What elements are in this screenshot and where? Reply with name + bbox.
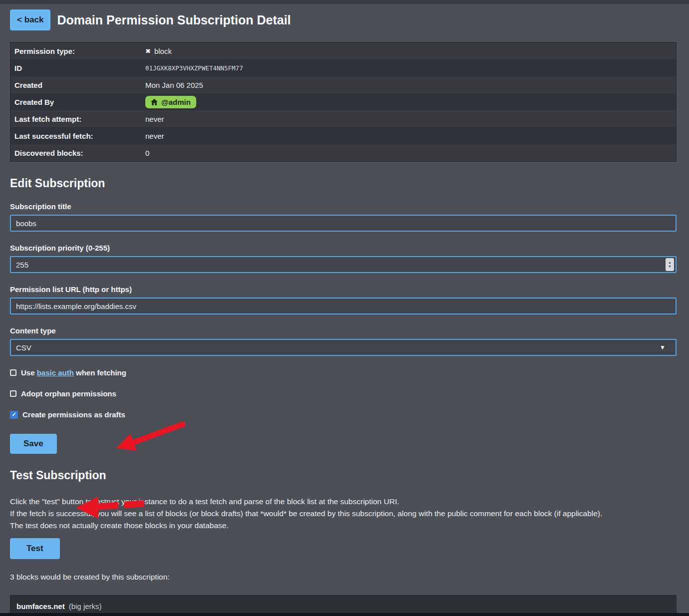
block-comment: (big jerks): [69, 602, 102, 611]
page-title: Domain Permission Subscription Detail: [57, 13, 291, 27]
permission-type-value: block: [154, 47, 172, 55]
content-type-group: Content type CSV ▼: [10, 326, 677, 356]
permission-list-url-label: Permission list URL (http or https): [10, 285, 677, 294]
test-result-text: 3 blocks would be created by this subscr…: [10, 573, 677, 582]
test-subscription-heading: Test Subscription: [10, 469, 677, 482]
test-description-line: The test does not actually create those …: [10, 520, 677, 532]
discovered-blocks-value: 0: [145, 149, 149, 157]
subscription-title-group: Subscription title boobs: [10, 202, 677, 232]
drafts-checkbox-row: ✓ Create permissions as drafts: [10, 410, 677, 419]
table-row-last-successful-fetch: Last successful fetch: never: [10, 127, 676, 144]
test-button[interactable]: Test: [10, 538, 60, 559]
created-by-admin-badge[interactable]: @admin: [145, 96, 196, 108]
row-label: Created By: [14, 98, 145, 106]
subscription-title-label: Subscription title: [10, 202, 677, 211]
basic-auth-link[interactable]: basic auth: [37, 368, 74, 377]
spinner-down-icon[interactable]: ▼: [668, 265, 672, 269]
row-label: ID: [14, 64, 145, 72]
block-x-icon: ✖: [145, 47, 151, 55]
subscription-priority-label: Subscription priority (0-255): [10, 244, 677, 252]
basic-auth-checkbox[interactable]: [10, 369, 16, 376]
back-button[interactable]: < back: [10, 9, 50, 30]
table-row-id: ID 01JGXK8XP3VHXZPWET4NN5FM77: [10, 59, 676, 76]
page-header: < back Domain Permission Subscription De…: [10, 9, 677, 30]
adopt-orphans-checkbox-row: Adopt orphan permissions: [10, 389, 677, 398]
page-bottom-edge: [0, 613, 689, 616]
test-description: Click the "test" button to instruct your…: [10, 496, 677, 532]
table-row-created: Created Mon Jan 06 2025: [10, 76, 676, 93]
test-description-line: If the fetch is successful, you will see…: [10, 508, 677, 520]
table-row-discovered-blocks: Discovered blocks: 0: [10, 144, 676, 161]
content-type-select[interactable]: CSV: [10, 339, 677, 356]
spinner-up-icon[interactable]: ▲: [668, 261, 672, 265]
subscription-priority-input[interactable]: 255: [10, 256, 677, 273]
permission-list-url-input[interactable]: https://lists.example.org/baddies.csv: [10, 298, 677, 314]
row-label: Last successful fetch:: [14, 132, 145, 140]
drafts-checkbox[interactable]: ✓: [10, 411, 18, 419]
test-description-line: Click the "test" button to instruct your…: [10, 496, 677, 508]
created-by-username: @admin: [161, 98, 191, 106]
content-type-label: Content type: [10, 326, 677, 335]
row-label: Permission type:: [14, 47, 145, 55]
drafts-label: Create permissions as drafts: [22, 410, 125, 419]
table-row-created-by: Created By @admin: [10, 93, 676, 110]
permission-list-url-group: Permission list URL (http or https) http…: [10, 285, 677, 314]
save-button[interactable]: Save: [10, 434, 57, 454]
adopt-orphans-label: Adopt orphan permissions: [21, 389, 116, 398]
number-spinner[interactable]: ▲ ▼: [666, 258, 674, 271]
subscription-id-value: 01JGXK8XP3VHXZPWET4NN5FM77: [145, 64, 243, 72]
home-icon: [151, 99, 158, 105]
edit-subscription-heading: Edit Subscription: [10, 177, 677, 190]
row-label: Created: [14, 81, 145, 89]
row-label: Discovered blocks:: [14, 149, 145, 157]
subscription-priority-group: Subscription priority (0-255) 255 ▲ ▼: [10, 244, 677, 273]
domain-permission-subscription-detail-page: < back Domain Permission Subscription De…: [0, 0, 689, 616]
block-domain: bumfaces.net: [16, 602, 65, 611]
checkbox-label-post: when fetching: [74, 368, 126, 377]
basic-auth-checkbox-row: Use basic auth when fetching: [10, 368, 677, 377]
checkbox-label-pre: Use: [21, 368, 37, 377]
created-date-value: Mon Jan 06 2025: [145, 81, 203, 89]
adopt-orphans-checkbox[interactable]: [10, 390, 16, 397]
subscription-title-input[interactable]: boobs: [10, 215, 677, 232]
subscription-details-table: Permission type: ✖ block ID 01JGXK8XP3VH…: [10, 42, 677, 162]
last-successful-fetch-value: never: [145, 132, 164, 140]
row-label: Last fetch attempt:: [14, 115, 145, 123]
last-fetch-attempt-value: never: [145, 115, 164, 123]
table-row-last-fetch-attempt: Last fetch attempt: never: [10, 110, 676, 127]
table-row-permission-type: Permission type: ✖ block: [10, 42, 676, 59]
